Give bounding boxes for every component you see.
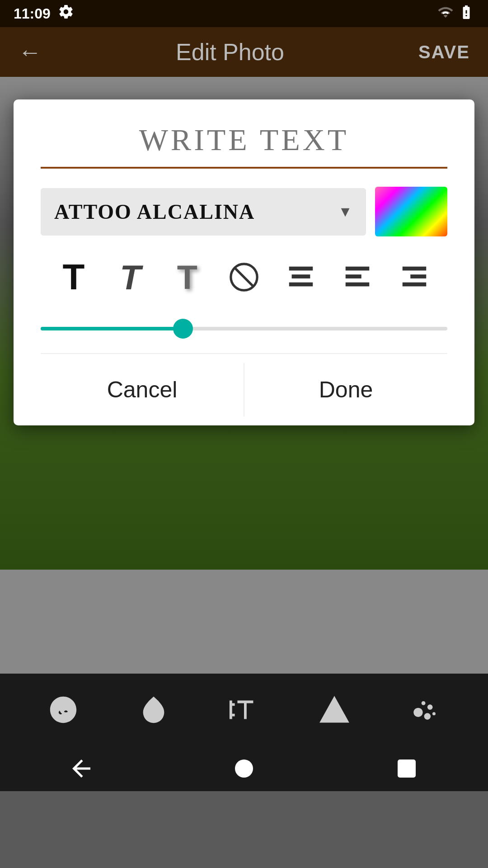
svg-rect-6	[346, 274, 361, 278]
status-bar: 11:09	[0, 0, 488, 27]
save-button[interactable]: SAVE	[418, 42, 470, 62]
strikethrough-button[interactable]	[221, 255, 267, 300]
svg-rect-4	[289, 283, 313, 287]
cancel-button[interactable]: Cancel	[41, 354, 244, 425]
app-bar: ← Edit Photo SAVE	[0, 27, 488, 77]
page-title: Edit Photo	[176, 38, 284, 66]
svg-rect-8	[403, 267, 427, 271]
svg-rect-10	[403, 283, 427, 287]
write-text-input[interactable]	[41, 122, 447, 158]
svg-rect-2	[289, 267, 313, 271]
font-name-label: ATTOO ALCALINA	[54, 200, 255, 224]
font-selector-row: ATTOO ALCALINA ▼	[41, 187, 447, 236]
italic-button[interactable]: T	[108, 255, 153, 300]
bold-button[interactable]: T	[51, 255, 96, 300]
svg-point-18	[235, 760, 253, 778]
align-left-button[interactable]	[335, 255, 380, 300]
slider-thumb[interactable]	[173, 319, 193, 339]
home-nav-button[interactable]	[230, 755, 258, 782]
color-picker-button[interactable]	[375, 187, 447, 236]
align-center-button[interactable]	[278, 255, 324, 300]
filter-tool-button[interactable]	[131, 687, 176, 732]
bottom-toolbar	[0, 674, 488, 746]
modal-action-buttons: Cancel Done	[41, 353, 447, 425]
back-button[interactable]: ←	[18, 38, 42, 66]
svg-point-13	[413, 708, 422, 717]
modal-divider-top	[41, 167, 447, 169]
svg-point-14	[424, 713, 431, 720]
size-slider-row	[41, 322, 447, 335]
recent-nav-button[interactable]	[393, 755, 420, 782]
battery-icon	[458, 4, 474, 24]
svg-line-1	[235, 268, 253, 286]
svg-point-17	[432, 712, 436, 715]
svg-point-15	[427, 704, 433, 710]
chevron-down-icon: ▼	[338, 203, 352, 220]
text-tool-button[interactable]	[221, 687, 267, 732]
svg-marker-11	[321, 698, 347, 722]
nav-bar	[0, 746, 488, 791]
font-dropdown[interactable]: ATTOO ALCALINA ▼	[41, 188, 366, 236]
settings-icon	[58, 4, 74, 24]
svg-rect-19	[398, 760, 416, 778]
svg-point-16	[422, 701, 426, 705]
align-right-button[interactable]	[392, 255, 437, 300]
svg-rect-5	[346, 267, 370, 271]
size-slider-track[interactable]	[41, 327, 447, 330]
back-nav-button[interactable]	[68, 755, 95, 782]
svg-rect-3	[291, 274, 310, 278]
sticker-tool-button[interactable]	[402, 687, 447, 732]
svg-rect-9	[410, 274, 426, 278]
signal-icon	[437, 4, 454, 24]
text-style-row: T T T	[41, 255, 447, 300]
slider-fill	[41, 327, 183, 330]
photo-area: ATTOO ALCALINA ▼ T T T	[0, 77, 488, 570]
done-button[interactable]: Done	[244, 354, 447, 425]
shadow-button[interactable]: T	[164, 255, 210, 300]
emoji-tool-button[interactable]	[41, 687, 86, 732]
svg-rect-7	[346, 283, 370, 287]
shape-tool-button[interactable]	[312, 687, 357, 732]
bottom-gray-area	[0, 570, 488, 674]
text-editor-modal: ATTOO ALCALINA ▼ T T T	[14, 99, 474, 425]
time-display: 11:09	[14, 5, 51, 22]
